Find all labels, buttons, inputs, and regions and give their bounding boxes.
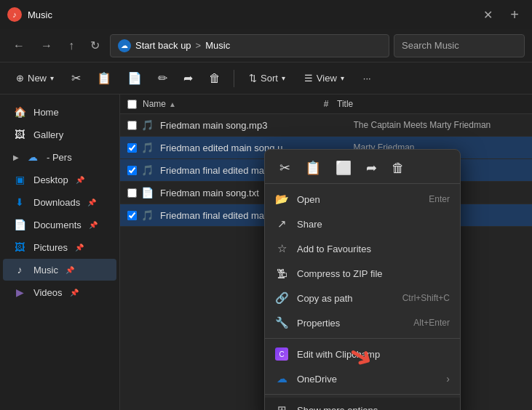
ctx-onedrive-arrow: › (446, 373, 450, 385)
sidebar-item-home[interactable]: 🏠 Home (3, 101, 116, 123)
sidebar-music-label: Music (33, 265, 58, 276)
share-icon: ↗ (275, 217, 288, 230)
copy-button[interactable]: 📋 (91, 68, 117, 89)
new-dropdown-icon: ▾ (50, 74, 54, 82)
new-tab-button[interactable]: + (504, 5, 525, 25)
sidebar-cloud-label: - Pers (47, 152, 72, 163)
ctx-clipchamp-item[interactable]: C Edit with Clipchamp (265, 342, 460, 366)
forward-button[interactable]: → (35, 36, 58, 55)
ctx-copy-button[interactable]: 📋 (299, 157, 327, 179)
ctx-copy-path-shortcut: Ctrl+Shift+C (402, 293, 450, 303)
file-checkbox-2[interactable] (127, 143, 137, 153)
sort-icon: ⇅ (249, 73, 257, 84)
ctx-zip-label: Compress to ZIP file (297, 268, 450, 279)
ctx-onedrive-item[interactable]: ☁ OneDrive › (265, 366, 460, 391)
ctx-properties-shortcut: Alt+Enter (413, 318, 450, 328)
favourites-icon: ☆ (275, 242, 288, 255)
sidebar-expand-icon: ▶ (13, 153, 19, 161)
sidebar-item-cloud[interactable]: ▶ ☁ - Pers (3, 146, 116, 168)
refresh-button[interactable]: ↻ (84, 36, 106, 55)
pin-icon-music: 📌 (65, 266, 74, 274)
file-name-1: Friedman main song.mp3 (160, 120, 332, 131)
sidebar-item-downloads[interactable]: ⬇ Downloads 📌 (3, 191, 116, 213)
more-button[interactable]: ··· (356, 69, 378, 87)
close-button[interactable]: ✕ (477, 7, 499, 23)
pin-icon-videos: 📌 (70, 289, 79, 297)
file-checkbox-3[interactable] (127, 166, 137, 175)
ctx-favourites-item[interactable]: ☆ Add to Favourites (265, 236, 460, 261)
sidebar-gallery-label: Gallery (33, 129, 63, 140)
clipchamp-icon: C (275, 347, 288, 361)
ctx-delete-button[interactable]: 🗑 (386, 158, 410, 179)
cut-button[interactable]: ✂ (65, 68, 87, 89)
ctx-favourites-label: Add to Favourites (297, 244, 450, 254)
sidebar-item-music[interactable]: ♪ Music 📌 (3, 259, 116, 281)
sort-button[interactable]: ⇅ Sort ▾ (242, 69, 293, 87)
breadcrumb-path1: Start back up (135, 40, 191, 51)
music-icon: ♪ (13, 263, 26, 276)
ctx-show-more-item[interactable]: ⊞ Show more options (265, 398, 460, 410)
ctx-open-item[interactable]: 📂 Open Enter (265, 187, 460, 212)
ctx-separator-1 (265, 338, 460, 339)
sidebar-item-documents[interactable]: 📄 Documents 📌 (3, 214, 116, 236)
select-all-checkbox[interactable] (127, 100, 137, 109)
ctx-share-label: Share (297, 219, 450, 230)
file-audio-icon-3: 🎵 (140, 163, 154, 177)
more-icon: ··· (363, 73, 371, 84)
ctx-paste-button[interactable]: ⬜ (330, 157, 357, 179)
paste-button[interactable]: 📄 (122, 68, 148, 89)
view-dropdown-icon: ▾ (341, 74, 344, 82)
new-button[interactable]: ⊕ New ▾ (9, 69, 61, 87)
ctx-show-more-label: Show more options (297, 405, 450, 411)
window-title: Music (28, 9, 472, 20)
table-row[interactable]: 🎵 Friedman main song.mp3 The Captain Mee… (120, 114, 532, 137)
file-checkbox-5[interactable] (127, 211, 137, 220)
sidebar-item-desktop[interactable]: ▣ Desktop 📌 (3, 169, 116, 190)
toolbar-separator (234, 70, 234, 87)
file-audio-icon-2: 🎵 (140, 140, 154, 155)
file-audio-icon-5: 🎵 (140, 208, 154, 222)
pictures-icon: 🖼 (13, 241, 26, 254)
ctx-cut-button[interactable]: ✂ (274, 157, 296, 179)
cloud-icon: ☁ (26, 150, 39, 164)
ctx-properties-label: Properties (297, 318, 405, 329)
ctx-share-button[interactable]: ➦ (360, 157, 383, 179)
file-list-header: Name ▲ # Title (120, 95, 532, 114)
ctx-share-item[interactable]: ↗ Share (265, 212, 460, 236)
gallery-icon: 🖼 (13, 128, 26, 141)
sidebar-item-pictures[interactable]: 🖼 Pictures 📌 (3, 236, 116, 258)
sidebar-desktop-label: Desktop (33, 174, 68, 185)
ctx-separator-2 (265, 394, 460, 395)
ctx-copy-path-label: Copy as path (297, 293, 394, 304)
documents-icon: 📄 (13, 218, 26, 231)
breadcrumb[interactable]: ☁ Start back up > Music (110, 34, 389, 57)
search-placeholder: Search Music (402, 40, 459, 51)
app-icon: ♪ (7, 7, 22, 22)
pin-icon-docs: 📌 (89, 221, 98, 229)
ctx-zip-item[interactable]: 🗜 Compress to ZIP file (265, 261, 460, 286)
delete-button[interactable]: 🗑 (203, 68, 226, 89)
context-menu: ✂ 📋 ⬜ ➦ 🗑 📂 Open Enter ↗ Share ☆ Add to … (264, 149, 461, 410)
ctx-onedrive-label: OneDrive (297, 374, 437, 385)
title-bar: ♪ Music ✕ + (0, 0, 532, 29)
up-button[interactable]: ↑ (63, 36, 80, 55)
onedrive-icon: ☁ (275, 372, 288, 385)
sidebar-item-gallery[interactable]: 🖼 Gallery (3, 124, 116, 145)
rename-button[interactable]: ✏ (152, 68, 173, 89)
sidebar-item-videos[interactable]: ▶ Videos 📌 (3, 281, 116, 303)
share-button[interactable]: ➦ (178, 68, 199, 89)
file-checkbox-4[interactable] (127, 188, 137, 198)
file-checkbox-1[interactable] (127, 121, 137, 130)
view-button[interactable]: ☰ View ▾ (297, 69, 352, 87)
ctx-copy-path-item[interactable]: 🔗 Copy as path Ctrl+Shift+C (265, 286, 460, 310)
view-icon: ☰ (304, 73, 313, 84)
videos-icon: ▶ (13, 286, 26, 299)
ctx-open-shortcut: Enter (429, 194, 450, 204)
ctx-properties-item[interactable]: 🔧 Properties Alt+Enter (265, 310, 460, 335)
col-hash-header: # (315, 99, 337, 109)
new-icon: ⊕ (16, 73, 24, 84)
pin-icon-pics: 📌 (75, 244, 84, 252)
back-button[interactable]: ← (7, 36, 31, 55)
search-box[interactable]: Search Music (394, 34, 525, 57)
downloads-icon: ⬇ (13, 196, 26, 209)
